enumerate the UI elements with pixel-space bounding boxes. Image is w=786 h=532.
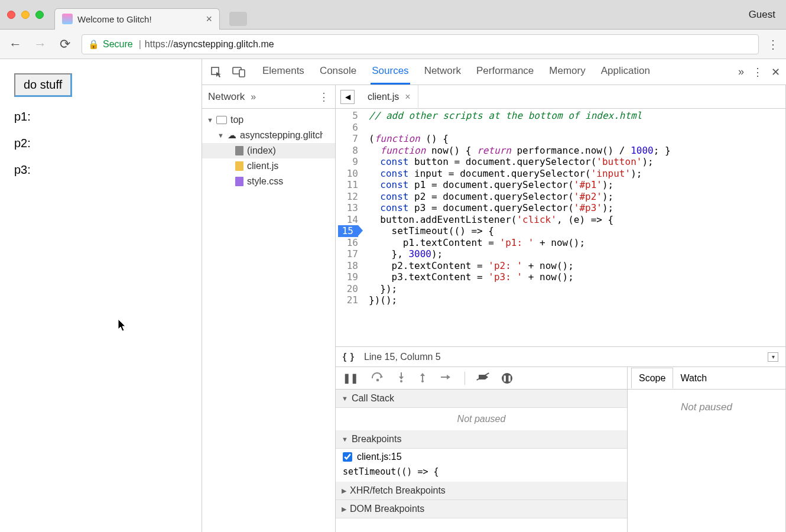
code-line[interactable]: setTimeout(() => { xyxy=(369,225,779,237)
code-line[interactable]: // add other scripts at the bottom of in… xyxy=(369,110,779,122)
step-button[interactable] xyxy=(440,373,452,384)
secure-label: Secure xyxy=(103,39,133,50)
svg-point-3 xyxy=(376,378,379,381)
toggle-navigator-icon[interactable]: ◀ xyxy=(340,90,355,104)
step-out-button[interactable] xyxy=(418,372,427,385)
address-bar[interactable]: 🔒 Secure | https://asyncstepping.glitch.… xyxy=(82,34,759,54)
close-tab-icon[interactable]: × xyxy=(206,13,212,25)
line-number[interactable]: 13 xyxy=(338,202,358,214)
code-line[interactable]: }, 3000); xyxy=(369,248,779,260)
code-line[interactable]: const p2 = document.querySelector('#p2')… xyxy=(369,191,779,203)
line-number[interactable]: 10 xyxy=(338,168,358,180)
code-line[interactable]: const p1 = document.querySelector('#p1')… xyxy=(369,179,779,191)
line-number[interactable]: 15 xyxy=(338,225,358,237)
tree-domain[interactable]: ▼ ☁ asyncstepping.glitch.me xyxy=(202,128,335,143)
devtools-menu-icon[interactable]: ⋮ xyxy=(752,66,763,79)
line-number[interactable]: 17 xyxy=(338,248,358,260)
devtools-tab-console[interactable]: Console xyxy=(319,59,358,85)
line-number[interactable]: 6 xyxy=(338,122,358,134)
scope-tab[interactable]: Scope xyxy=(631,368,673,388)
toggle-drawer-icon[interactable]: ▾ xyxy=(768,352,778,362)
code-line[interactable]: p2.textContent = 'p2: ' + now(); xyxy=(369,260,779,272)
code-line[interactable]: p1.textContent = 'p1: ' + now(); xyxy=(369,237,779,249)
pause-on-exceptions-button[interactable]: ❚❚ xyxy=(502,373,512,384)
dom-breakpoints-header[interactable]: ▶ DOM Breakpoints xyxy=(336,500,627,518)
line-number[interactable]: 18 xyxy=(338,260,358,272)
line-number[interactable]: 14 xyxy=(338,214,358,226)
breakpoints-label: Breakpoints xyxy=(352,434,402,445)
step-into-button[interactable] xyxy=(397,372,405,385)
deactivate-breakpoints-button[interactable] xyxy=(478,372,489,385)
code-line[interactable]: function now() { return performance.now(… xyxy=(369,145,779,157)
editor-pane: ◀ client.js × 56789101112131415161718192… xyxy=(336,85,786,532)
browser-tab[interactable]: Welcome to Glitch! × xyxy=(54,8,220,30)
watch-tab[interactable]: Watch xyxy=(673,368,714,388)
reload-button[interactable]: ⟳ xyxy=(57,36,73,53)
do-stuff-button[interactable]: do stuff xyxy=(14,73,72,97)
breakpoints-header[interactable]: ▼ Breakpoints xyxy=(336,430,627,449)
code-line[interactable]: p3.textContent = 'p3: ' + now(); xyxy=(369,271,779,283)
code-line[interactable]: const p3 = document.querySelector('#p3')… xyxy=(369,202,779,214)
device-toolbar-icon[interactable] xyxy=(230,64,247,80)
inspect-element-icon[interactable] xyxy=(208,64,225,80)
code-line[interactable] xyxy=(369,122,779,134)
new-tab-button[interactable] xyxy=(229,12,247,26)
breakpoint-item[interactable]: client.js:15 xyxy=(336,449,627,465)
tree-file[interactable]: style.css xyxy=(202,174,335,189)
line-number[interactable]: 16 xyxy=(338,237,358,249)
code-line[interactable]: const button = document.querySelector('b… xyxy=(369,156,779,168)
code-line[interactable]: })(); xyxy=(369,294,779,306)
profile-label[interactable]: Guest xyxy=(749,9,775,21)
p1-text: p1: xyxy=(14,110,187,124)
xhr-breakpoints-header[interactable]: ▶ XHR/fetch Breakpoints xyxy=(336,482,627,500)
pretty-print-icon[interactable]: { } xyxy=(343,352,355,362)
line-number[interactable]: 8 xyxy=(338,145,358,157)
line-number[interactable]: 9 xyxy=(338,156,358,168)
devtools-tab-application[interactable]: Application xyxy=(600,59,651,85)
line-number[interactable]: 21 xyxy=(338,294,358,306)
breakpoint-checkbox[interactable] xyxy=(343,452,352,462)
devtools-tab-performance[interactable]: Performance xyxy=(475,59,535,85)
callstack-label: Call Stack xyxy=(352,393,394,404)
devtools-tab-elements[interactable]: Elements xyxy=(261,59,306,85)
editor-tabs: ◀ client.js × xyxy=(336,85,785,109)
back-button[interactable]: ← xyxy=(7,36,24,53)
devtools-tab-memory[interactable]: Memory xyxy=(548,59,586,85)
code-line[interactable]: button.addEventListener('click', (e) => … xyxy=(369,214,779,226)
cursor-icon xyxy=(118,319,128,335)
code-editor[interactable]: 56789101112131415161718192021 // add oth… xyxy=(336,109,785,346)
line-number[interactable]: 12 xyxy=(338,191,358,203)
callstack-header[interactable]: ▼ Call Stack xyxy=(336,390,627,408)
browser-menu-icon[interactable]: ⋮ xyxy=(767,37,779,51)
tree-top[interactable]: ▼ top xyxy=(202,112,335,128)
code-line[interactable]: (function () { xyxy=(369,133,779,145)
devtools-overflow-icon[interactable]: » xyxy=(738,66,744,79)
devtools-close-icon[interactable]: ✕ xyxy=(771,66,780,79)
line-number[interactable]: 19 xyxy=(338,271,358,283)
callstack-body: Not paused xyxy=(336,408,627,430)
navigator-menu-icon[interactable]: ⋮ xyxy=(319,90,329,103)
close-window-button[interactable] xyxy=(7,11,15,19)
tree-file[interactable]: (index) xyxy=(202,143,335,158)
devtools-tab-sources[interactable]: Sources xyxy=(371,59,410,85)
minimize-window-button[interactable] xyxy=(21,11,30,19)
devtools-header: ElementsConsoleSourcesNetworkPerformance… xyxy=(202,59,786,85)
navigator-tab-network[interactable]: Network xyxy=(208,91,245,103)
line-number[interactable]: 11 xyxy=(338,179,358,191)
code-line[interactable]: const input = document.querySelector('in… xyxy=(369,168,779,180)
maximize-window-button[interactable] xyxy=(35,11,44,19)
navigator-overflow-icon[interactable]: » xyxy=(251,92,256,102)
close-file-icon[interactable]: × xyxy=(405,92,410,102)
editor-tab-clientjs[interactable]: client.js × xyxy=(360,85,418,109)
step-over-button[interactable] xyxy=(371,372,384,384)
line-number[interactable]: 20 xyxy=(338,283,358,295)
code-line[interactable]: }); xyxy=(369,283,779,295)
pause-button[interactable]: ❚❚ xyxy=(343,372,358,384)
url-text: https://asyncstepping.glitch.me xyxy=(145,39,274,50)
scope-body: Not paused xyxy=(628,390,785,532)
devtools-tab-network[interactable]: Network xyxy=(423,59,462,85)
line-number[interactable]: 5 xyxy=(338,110,358,122)
line-number[interactable]: 7 xyxy=(338,133,358,145)
tree-file[interactable]: client.js xyxy=(202,158,335,174)
forward-button[interactable]: → xyxy=(32,36,48,53)
